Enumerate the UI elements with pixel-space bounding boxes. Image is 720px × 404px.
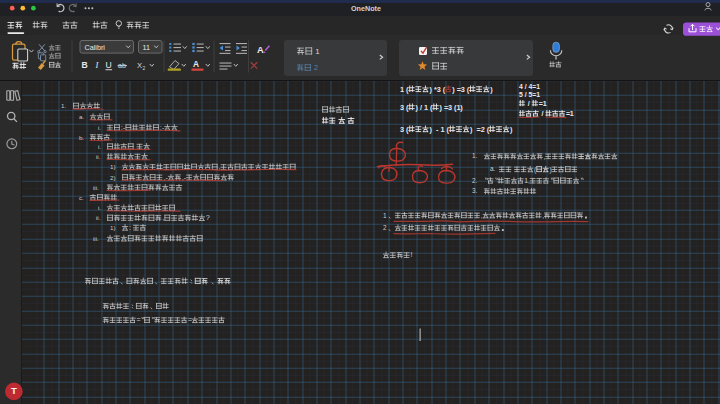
svg-text:a.: a. (79, 113, 84, 120)
svg-text:1.: 1. (472, 152, 478, 159)
svg-text:1: 1 (424, 103, 428, 112)
svg-text:-: - (436, 125, 439, 134)
svg-text:): ) (415, 103, 418, 112)
svg-text:iii.: iii. (93, 184, 99, 191)
svg-text:): ) (490, 85, 493, 94)
svg-text:(: ( (447, 125, 450, 134)
svg-text:3.: 3. (472, 187, 478, 194)
svg-text:Calibri: Calibri (85, 43, 106, 52)
svg-text:(: ( (467, 85, 470, 94)
svg-text:,: , (543, 153, 545, 160)
svg-text:(: ( (443, 85, 446, 94)
svg-text:2.: 2. (472, 177, 478, 184)
svg-text:OneNote: OneNote (351, 4, 381, 13)
svg-text:): ) (439, 103, 442, 112)
svg-text:=: = (137, 316, 141, 323)
svg-text:): ) (429, 125, 432, 134)
svg-text:2: 2 (143, 65, 146, 71)
svg-text:3: 3 (437, 85, 441, 94)
svg-text:T: T (11, 385, 17, 396)
svg-text:=: = (188, 316, 192, 323)
svg-text:3: 3 (400, 125, 404, 134)
svg-text:/: / (528, 100, 530, 107)
svg-text:(: ( (406, 125, 409, 134)
svg-text::: : (129, 224, 131, 232)
svg-text:U: U (106, 60, 112, 70)
svg-text:(: ( (406, 103, 409, 112)
svg-text:a.: a. (490, 165, 496, 172)
svg-text:2): 2) (110, 174, 116, 181)
svg-text:1: 1 (400, 85, 404, 94)
svg-text:1): 1) (110, 163, 116, 170)
svg-text:c.: c. (79, 194, 84, 201)
svg-text:,: , (542, 212, 544, 219)
svg-text:(: ( (406, 85, 409, 94)
svg-text:1: 1 (570, 110, 574, 117)
svg-text:A: A (257, 44, 264, 55)
svg-text:/: / (541, 110, 543, 117)
svg-text:,: , (481, 212, 483, 219)
svg-text:ii.: ii. (96, 153, 101, 160)
svg-text:3: 3 (461, 85, 465, 94)
svg-text:2: 2 (314, 63, 318, 72)
svg-text:1: 1 (315, 47, 320, 56)
svg-text:A: A (193, 59, 199, 69)
svg-text:i.: i. (98, 204, 101, 211)
svg-text:(: ( (487, 125, 490, 134)
svg-text:2: 2 (383, 224, 387, 231)
svg-text:,: , (162, 214, 164, 222)
svg-text:): ) (460, 103, 463, 112)
svg-text:3: 3 (448, 103, 452, 112)
svg-text:): ) (452, 85, 455, 94)
svg-text:ii.: ii. (96, 214, 101, 221)
svg-text:b.: b. (79, 134, 84, 141)
svg-text:B: B (82, 60, 88, 70)
svg-text:2: 2 (481, 125, 485, 134)
svg-text:1: 1 (441, 125, 445, 134)
svg-text:1: 1 (543, 100, 547, 107)
svg-text:1.: 1. (61, 102, 66, 109)
svg-text:X: X (137, 61, 142, 70)
svg-text:(: ( (430, 103, 433, 112)
svg-text:): ) (510, 125, 513, 134)
svg-text:?: ? (206, 214, 210, 222)
svg-text:iii.: iii. (93, 235, 99, 242)
svg-text:3: 3 (400, 103, 404, 112)
svg-text:I: I (95, 60, 100, 70)
svg-text:,: , (528, 177, 530, 184)
svg-text:!: ! (411, 251, 413, 259)
svg-text:i.: i. (98, 124, 101, 131)
svg-text:): ) (470, 125, 473, 134)
svg-text:1): 1) (110, 224, 116, 231)
svg-text:4 / 4=1: 4 / 4=1 (519, 83, 540, 90)
svg-text:1: 1 (383, 212, 387, 219)
svg-text:5 / 5=1: 5 / 5=1 (519, 91, 540, 98)
svg-text:): ) (549, 166, 551, 174)
svg-text:/: / (420, 103, 422, 112)
svg-text:): ) (429, 85, 432, 94)
svg-text:i.: i. (98, 143, 101, 150)
svg-text:11: 11 (143, 43, 150, 52)
